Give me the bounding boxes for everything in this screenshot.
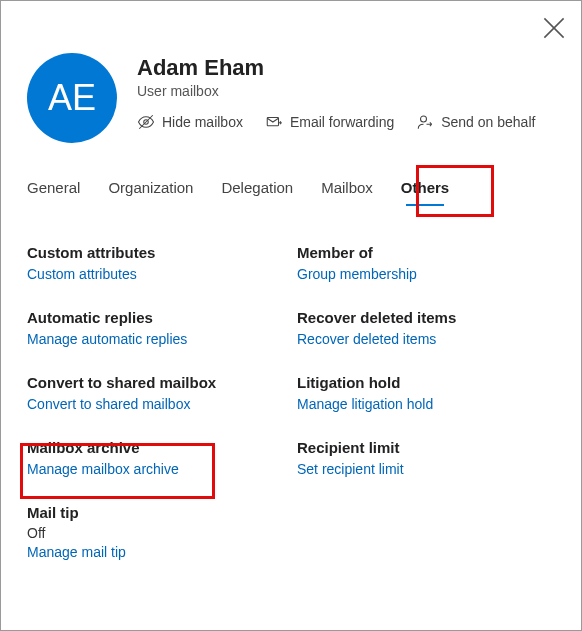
hide-mailbox-action[interactable]: Hide mailbox — [137, 113, 243, 131]
email-forwarding-label: Email forwarding — [290, 114, 394, 130]
tab-mailbox[interactable]: Mailbox — [321, 179, 373, 204]
litigation-hold-title: Litigation hold — [297, 374, 555, 391]
mailbox-detail-panel: AE Adam Eham User mailbox Hide mailbox E… — [0, 0, 582, 631]
email-forward-icon — [265, 113, 283, 131]
send-on-behalf-icon — [416, 113, 434, 131]
automatic-replies-title: Automatic replies — [27, 309, 297, 326]
mail-tip-link[interactable]: Manage mail tip — [27, 544, 126, 560]
convert-shared-title: Convert to shared mailbox — [27, 374, 297, 391]
custom-attributes-title: Custom attributes — [27, 244, 297, 261]
header: AE Adam Eham User mailbox Hide mailbox E… — [27, 53, 555, 143]
avatar: AE — [27, 53, 117, 143]
card-mail-tip: Mail tip Off Manage mail tip — [27, 504, 297, 561]
card-litigation-hold: Litigation hold Manage litigation hold — [297, 374, 555, 413]
settings-grid: Custom attributes Custom attributes Memb… — [27, 244, 555, 561]
hide-mailbox-label: Hide mailbox — [162, 114, 243, 130]
litigation-hold-link[interactable]: Manage litigation hold — [297, 396, 433, 412]
card-recover-deleted: Recover deleted items Recover deleted it… — [297, 309, 555, 348]
tabs: General Organization Delegation Mailbox … — [27, 179, 555, 204]
card-mailbox-archive: Mailbox archive Manage mailbox archive — [27, 439, 297, 478]
mailbox-archive-link[interactable]: Manage mailbox archive — [27, 461, 179, 477]
card-convert-shared: Convert to shared mailbox Convert to sha… — [27, 374, 297, 413]
automatic-replies-link[interactable]: Manage automatic replies — [27, 331, 187, 347]
send-on-behalf-action[interactable]: Send on behalf — [416, 113, 535, 131]
svg-point-5 — [421, 116, 427, 122]
send-on-behalf-label: Send on behalf — [441, 114, 535, 130]
subtitle: User mailbox — [137, 83, 535, 99]
recover-deleted-link[interactable]: Recover deleted items — [297, 331, 436, 347]
recover-deleted-title: Recover deleted items — [297, 309, 555, 326]
hide-icon — [137, 113, 155, 131]
recipient-limit-link[interactable]: Set recipient limit — [297, 461, 404, 477]
email-forwarding-action[interactable]: Email forwarding — [265, 113, 394, 131]
tab-delegation[interactable]: Delegation — [221, 179, 293, 204]
card-custom-attributes: Custom attributes Custom attributes — [27, 244, 297, 283]
header-text: Adam Eham User mailbox Hide mailbox Emai… — [137, 53, 535, 131]
mail-tip-value: Off — [27, 525, 297, 541]
recipient-limit-title: Recipient limit — [297, 439, 555, 456]
page-title: Adam Eham — [137, 55, 535, 81]
convert-shared-link[interactable]: Convert to shared mailbox — [27, 396, 190, 412]
close-button[interactable] — [543, 17, 565, 39]
close-icon — [543, 17, 565, 39]
tab-others[interactable]: Others — [401, 179, 449, 204]
svg-line-3 — [139, 115, 153, 129]
custom-attributes-link[interactable]: Custom attributes — [27, 266, 137, 282]
tab-general[interactable]: General — [27, 179, 80, 204]
card-recipient-limit: Recipient limit Set recipient limit — [297, 439, 555, 478]
avatar-initials: AE — [48, 77, 96, 119]
tab-organization[interactable]: Organization — [108, 179, 193, 204]
mail-tip-title: Mail tip — [27, 504, 297, 521]
mailbox-archive-title: Mailbox archive — [27, 439, 297, 456]
member-of-link[interactable]: Group membership — [297, 266, 417, 282]
card-automatic-replies: Automatic replies Manage automatic repli… — [27, 309, 297, 348]
member-of-title: Member of — [297, 244, 555, 261]
card-member-of: Member of Group membership — [297, 244, 555, 283]
action-row: Hide mailbox Email forwarding Send on be… — [137, 113, 535, 131]
